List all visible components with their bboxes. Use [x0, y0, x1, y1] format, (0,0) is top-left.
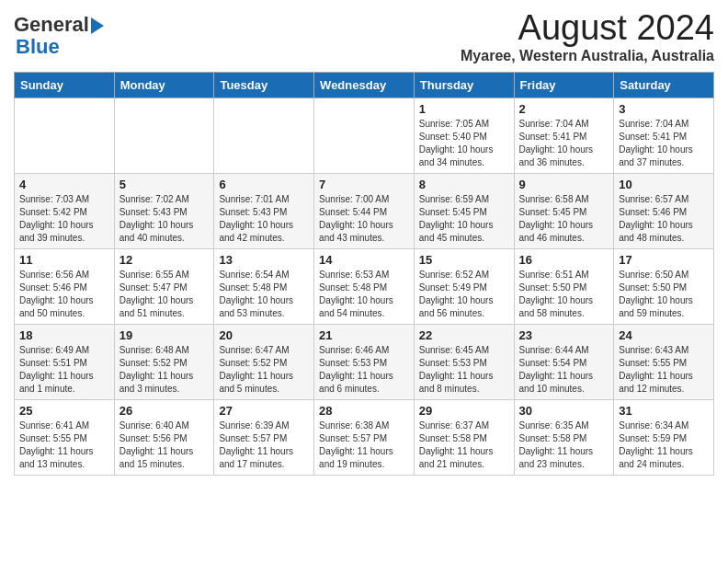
- day-header-saturday: Saturday: [614, 72, 714, 98]
- day-info: Sunrise: 7:05 AMSunset: 5:40 PMDaylight:…: [419, 118, 509, 169]
- day-header-sunday: Sunday: [15, 72, 115, 98]
- day-header-monday: Monday: [114, 72, 214, 98]
- day-cell-27: 27Sunrise: 6:39 AMSunset: 5:57 PMDayligh…: [214, 399, 314, 475]
- day-info: Sunrise: 6:54 AMSunset: 5:48 PMDaylight:…: [219, 269, 309, 320]
- day-number: 8: [419, 178, 509, 191]
- day-cell-8: 8Sunrise: 6:59 AMSunset: 5:45 PMDaylight…: [414, 173, 514, 248]
- day-number: 27: [219, 404, 309, 418]
- day-cell-21: 21Sunrise: 6:46 AMSunset: 5:53 PMDayligh…: [314, 324, 415, 399]
- day-cell-23: 23Sunrise: 6:44 AMSunset: 5:54 PMDayligh…: [514, 324, 614, 399]
- day-number: 7: [319, 178, 409, 191]
- day-info: Sunrise: 6:40 AMSunset: 5:56 PMDaylight:…: [119, 419, 210, 471]
- day-number: 13: [219, 253, 309, 267]
- day-number: 2: [519, 102, 609, 116]
- empty-cell: [214, 98, 314, 173]
- week-row-4: 18Sunrise: 6:49 AMSunset: 5:51 PMDayligh…: [15, 324, 714, 399]
- day-header-wednesday: Wednesday: [314, 72, 415, 98]
- day-cell-31: 31Sunrise: 6:34 AMSunset: 5:59 PMDayligh…: [614, 399, 714, 475]
- title-area: August 2024 Myaree, Western Australia, A…: [461, 9, 714, 64]
- day-number: 15: [419, 253, 509, 267]
- day-cell-29: 29Sunrise: 6:37 AMSunset: 5:58 PMDayligh…: [414, 399, 514, 475]
- week-row-1: 1Sunrise: 7:05 AMSunset: 5:40 PMDaylight…: [15, 98, 714, 173]
- day-info: Sunrise: 6:53 AMSunset: 5:48 PMDaylight:…: [319, 269, 409, 320]
- logo: General Blue: [14, 13, 104, 59]
- day-header-friday: Friday: [514, 72, 614, 98]
- day-number: 26: [119, 404, 210, 418]
- day-number: 30: [519, 404, 609, 418]
- day-info: Sunrise: 7:02 AMSunset: 5:43 PMDaylight:…: [119, 193, 210, 245]
- day-info: Sunrise: 6:49 AMSunset: 5:51 PMDaylight:…: [19, 344, 109, 396]
- day-info: Sunrise: 6:48 AMSunset: 5:52 PMDaylight:…: [119, 344, 210, 396]
- day-number: 11: [19, 253, 109, 267]
- day-info: Sunrise: 6:44 AMSunset: 5:54 PMDaylight:…: [519, 344, 609, 396]
- day-header-tuesday: Tuesday: [214, 72, 314, 98]
- week-row-3: 11Sunrise: 6:56 AMSunset: 5:46 PMDayligh…: [15, 248, 714, 324]
- day-info: Sunrise: 6:43 AMSunset: 5:55 PMDaylight:…: [619, 344, 709, 396]
- day-cell-30: 30Sunrise: 6:35 AMSunset: 5:58 PMDayligh…: [514, 399, 614, 475]
- day-info: Sunrise: 6:51 AMSunset: 5:50 PMDaylight:…: [519, 269, 609, 320]
- day-number: 3: [619, 102, 709, 116]
- day-cell-20: 20Sunrise: 6:47 AMSunset: 5:52 PMDayligh…: [214, 324, 314, 399]
- day-info: Sunrise: 6:58 AMSunset: 5:45 PMDaylight:…: [519, 193, 609, 245]
- day-cell-9: 9Sunrise: 6:58 AMSunset: 5:45 PMDaylight…: [514, 173, 614, 248]
- day-info: Sunrise: 6:34 AMSunset: 5:59 PMDaylight:…: [619, 419, 709, 471]
- day-info: Sunrise: 6:50 AMSunset: 5:50 PMDaylight:…: [619, 269, 709, 320]
- day-number: 28: [319, 404, 409, 418]
- logo-arrow-icon: [91, 17, 104, 34]
- day-info: Sunrise: 6:59 AMSunset: 5:45 PMDaylight:…: [419, 193, 509, 245]
- day-cell-2: 2Sunrise: 7:04 AMSunset: 5:41 PMDaylight…: [514, 98, 614, 173]
- month-title: August 2024: [461, 9, 714, 48]
- day-cell-13: 13Sunrise: 6:54 AMSunset: 5:48 PMDayligh…: [214, 248, 314, 324]
- day-cell-11: 11Sunrise: 6:56 AMSunset: 5:46 PMDayligh…: [15, 248, 115, 324]
- day-cell-14: 14Sunrise: 6:53 AMSunset: 5:48 PMDayligh…: [314, 248, 415, 324]
- location-title: Myaree, Western Australia, Australia: [461, 48, 714, 64]
- day-number: 17: [619, 253, 709, 267]
- empty-cell: [114, 98, 214, 173]
- logo-general-text: General: [14, 13, 89, 37]
- day-number: 9: [519, 178, 609, 191]
- day-cell-15: 15Sunrise: 6:52 AMSunset: 5:49 PMDayligh…: [414, 248, 514, 324]
- day-number: 31: [619, 404, 709, 418]
- day-number: 14: [319, 253, 409, 267]
- day-info: Sunrise: 7:01 AMSunset: 5:43 PMDaylight:…: [219, 193, 309, 245]
- day-number: 29: [419, 404, 509, 418]
- day-info: Sunrise: 6:52 AMSunset: 5:49 PMDaylight:…: [419, 269, 509, 320]
- day-header-thursday: Thursday: [414, 72, 514, 98]
- day-info: Sunrise: 7:00 AMSunset: 5:44 PMDaylight:…: [319, 193, 409, 245]
- day-info: Sunrise: 7:04 AMSunset: 5:41 PMDaylight:…: [519, 118, 609, 169]
- day-info: Sunrise: 6:47 AMSunset: 5:52 PMDaylight:…: [219, 344, 309, 396]
- day-cell-26: 26Sunrise: 6:40 AMSunset: 5:56 PMDayligh…: [114, 399, 214, 475]
- day-number: 6: [219, 178, 309, 191]
- day-info: Sunrise: 6:45 AMSunset: 5:53 PMDaylight:…: [419, 344, 509, 396]
- week-row-5: 25Sunrise: 6:41 AMSunset: 5:55 PMDayligh…: [15, 399, 714, 475]
- day-number: 12: [119, 253, 210, 267]
- day-info: Sunrise: 7:03 AMSunset: 5:42 PMDaylight:…: [19, 193, 109, 245]
- day-number: 21: [319, 328, 409, 342]
- day-number: 20: [219, 328, 309, 342]
- day-number: 24: [619, 328, 709, 342]
- day-cell-7: 7Sunrise: 7:00 AMSunset: 5:44 PMDaylight…: [314, 173, 415, 248]
- day-cell-3: 3Sunrise: 7:04 AMSunset: 5:41 PMDaylight…: [614, 98, 714, 173]
- day-number: 25: [19, 404, 109, 418]
- day-number: 19: [119, 328, 210, 342]
- day-info: Sunrise: 6:56 AMSunset: 5:46 PMDaylight:…: [19, 269, 109, 320]
- day-info: Sunrise: 6:55 AMSunset: 5:47 PMDaylight:…: [119, 269, 210, 320]
- day-cell-5: 5Sunrise: 7:02 AMSunset: 5:43 PMDaylight…: [114, 173, 214, 248]
- day-number: 22: [419, 328, 509, 342]
- empty-cell: [314, 98, 415, 173]
- calendar-table: SundayMondayTuesdayWednesdayThursdayFrid…: [14, 72, 714, 476]
- day-number: 16: [519, 253, 609, 267]
- day-cell-25: 25Sunrise: 6:41 AMSunset: 5:55 PMDayligh…: [15, 399, 115, 475]
- day-number: 4: [19, 178, 109, 191]
- header: General Blue August 2024 Myaree, Western…: [14, 9, 714, 64]
- day-info: Sunrise: 6:39 AMSunset: 5:57 PMDaylight:…: [219, 419, 309, 471]
- day-cell-19: 19Sunrise: 6:48 AMSunset: 5:52 PMDayligh…: [114, 324, 214, 399]
- days-header-row: SundayMondayTuesdayWednesdayThursdayFrid…: [15, 72, 714, 98]
- day-cell-28: 28Sunrise: 6:38 AMSunset: 5:57 PMDayligh…: [314, 399, 415, 475]
- day-number: 23: [519, 328, 609, 342]
- day-info: Sunrise: 6:41 AMSunset: 5:55 PMDaylight:…: [19, 419, 109, 471]
- day-info: Sunrise: 6:46 AMSunset: 5:53 PMDaylight:…: [319, 344, 409, 396]
- day-cell-12: 12Sunrise: 6:55 AMSunset: 5:47 PMDayligh…: [114, 248, 214, 324]
- day-cell-16: 16Sunrise: 6:51 AMSunset: 5:50 PMDayligh…: [514, 248, 614, 324]
- empty-cell: [15, 98, 115, 173]
